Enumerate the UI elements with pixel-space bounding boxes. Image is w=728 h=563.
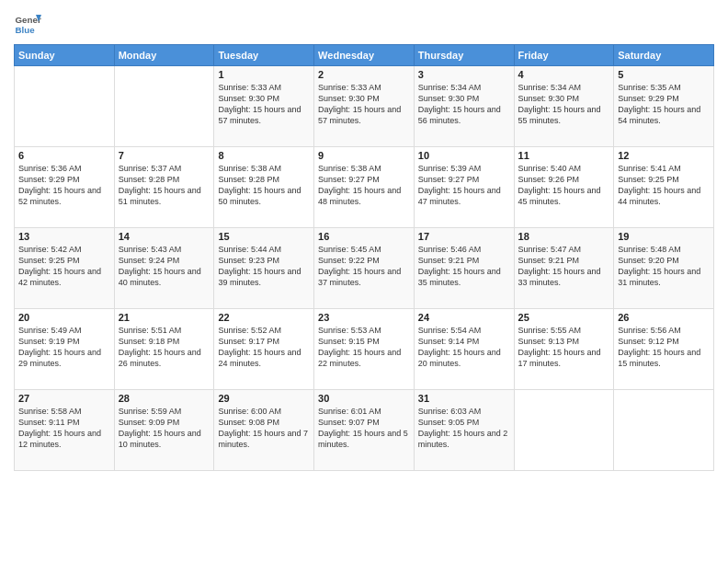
day-cell: 21Sunrise: 5:51 AMSunset: 9:18 PMDayligh… <box>114 309 214 390</box>
day-info: Sunrise: 5:33 AMSunset: 9:30 PMDaylight:… <box>218 82 310 127</box>
day-cell: 9Sunrise: 5:38 AMSunset: 9:27 PMDaylight… <box>314 147 415 228</box>
day-number: 24 <box>418 312 510 323</box>
day-number: 30 <box>318 393 410 404</box>
day-number: 28 <box>119 393 210 404</box>
calendar-table: SundayMondayTuesdayWednesdayThursdayFrid… <box>14 44 714 471</box>
day-info: Sunrise: 5:41 AMSunset: 9:25 PMDaylight:… <box>618 163 710 208</box>
header-cell-tuesday: Tuesday <box>214 45 314 66</box>
day-info: Sunrise: 5:45 AMSunset: 9:22 PMDaylight:… <box>318 244 410 289</box>
day-number: 10 <box>418 150 510 161</box>
day-info: Sunrise: 5:49 AMSunset: 9:19 PMDaylight:… <box>18 325 110 370</box>
day-number: 2 <box>318 69 410 80</box>
day-cell: 28Sunrise: 5:59 AMSunset: 9:09 PMDayligh… <box>114 390 214 471</box>
day-cell: 4Sunrise: 5:34 AMSunset: 9:30 PMDaylight… <box>514 66 614 147</box>
day-number: 17 <box>418 231 510 242</box>
svg-text:Blue: Blue <box>16 25 36 35</box>
day-info: Sunrise: 6:01 AMSunset: 9:07 PMDaylight:… <box>318 406 410 451</box>
day-info: Sunrise: 5:52 AMSunset: 9:17 PMDaylight:… <box>218 325 310 370</box>
day-cell: 14Sunrise: 5:43 AMSunset: 9:24 PMDayligh… <box>114 228 214 309</box>
week-row-3: 13Sunrise: 5:42 AMSunset: 9:25 PMDayligh… <box>15 228 714 309</box>
day-number: 22 <box>218 312 310 323</box>
day-cell: 19Sunrise: 5:48 AMSunset: 9:20 PMDayligh… <box>614 228 714 309</box>
day-number: 31 <box>418 393 510 404</box>
day-cell: 18Sunrise: 5:47 AMSunset: 9:21 PMDayligh… <box>514 228 614 309</box>
logo-icon: General Blue <box>14 9 41 37</box>
day-number: 16 <box>318 231 410 242</box>
day-number: 23 <box>318 312 410 323</box>
header-cell-sunday: Sunday <box>15 45 115 66</box>
day-info: Sunrise: 5:35 AMSunset: 9:29 PMDaylight:… <box>618 82 710 127</box>
day-number: 14 <box>119 231 210 242</box>
header-cell-thursday: Thursday <box>414 45 514 66</box>
day-info: Sunrise: 5:34 AMSunset: 9:30 PMDaylight:… <box>518 82 610 127</box>
day-cell: 7Sunrise: 5:37 AMSunset: 9:28 PMDaylight… <box>114 147 214 228</box>
week-row-1: 1Sunrise: 5:33 AMSunset: 9:30 PMDaylight… <box>15 66 714 147</box>
day-number: 5 <box>618 69 710 80</box>
day-info: Sunrise: 5:59 AMSunset: 9:09 PMDaylight:… <box>119 406 210 451</box>
day-info: Sunrise: 5:38 AMSunset: 9:27 PMDaylight:… <box>318 163 410 208</box>
day-info: Sunrise: 5:47 AMSunset: 9:21 PMDaylight:… <box>518 244 610 289</box>
day-info: Sunrise: 5:37 AMSunset: 9:28 PMDaylight:… <box>119 163 210 208</box>
header-cell-saturday: Saturday <box>614 45 714 66</box>
day-info: Sunrise: 5:34 AMSunset: 9:30 PMDaylight:… <box>418 82 510 127</box>
day-cell: 27Sunrise: 5:58 AMSunset: 9:11 PMDayligh… <box>15 390 115 471</box>
day-cell: 3Sunrise: 5:34 AMSunset: 9:30 PMDaylight… <box>414 66 514 147</box>
day-number: 15 <box>218 231 310 242</box>
day-info: Sunrise: 5:56 AMSunset: 9:12 PMDaylight:… <box>618 325 710 370</box>
day-info: Sunrise: 5:54 AMSunset: 9:14 PMDaylight:… <box>418 325 510 370</box>
day-cell <box>15 66 115 147</box>
day-number: 8 <box>218 150 310 161</box>
day-number: 1 <box>218 69 310 80</box>
day-number: 18 <box>518 231 610 242</box>
day-number: 25 <box>518 312 610 323</box>
day-cell: 25Sunrise: 5:55 AMSunset: 9:13 PMDayligh… <box>514 309 614 390</box>
header-cell-friday: Friday <box>514 45 614 66</box>
day-cell <box>614 390 714 471</box>
day-info: Sunrise: 5:33 AMSunset: 9:30 PMDaylight:… <box>318 82 410 127</box>
week-row-4: 20Sunrise: 5:49 AMSunset: 9:19 PMDayligh… <box>15 309 714 390</box>
day-cell: 16Sunrise: 5:45 AMSunset: 9:22 PMDayligh… <box>314 228 415 309</box>
day-cell: 1Sunrise: 5:33 AMSunset: 9:30 PMDaylight… <box>214 66 314 147</box>
day-info: Sunrise: 5:55 AMSunset: 9:13 PMDaylight:… <box>518 325 610 370</box>
day-cell: 13Sunrise: 5:42 AMSunset: 9:25 PMDayligh… <box>15 228 115 309</box>
day-number: 29 <box>218 393 310 404</box>
day-cell: 30Sunrise: 6:01 AMSunset: 9:07 PMDayligh… <box>314 390 415 471</box>
day-number: 6 <box>18 150 110 161</box>
day-number: 12 <box>618 150 710 161</box>
day-info: Sunrise: 5:43 AMSunset: 9:24 PMDaylight:… <box>119 244 210 289</box>
day-cell: 6Sunrise: 5:36 AMSunset: 9:29 PMDaylight… <box>15 147 115 228</box>
day-info: Sunrise: 5:53 AMSunset: 9:15 PMDaylight:… <box>318 325 410 370</box>
day-number: 3 <box>418 69 510 80</box>
day-info: Sunrise: 5:42 AMSunset: 9:25 PMDaylight:… <box>18 244 110 289</box>
day-info: Sunrise: 5:44 AMSunset: 9:23 PMDaylight:… <box>218 244 310 289</box>
day-cell: 29Sunrise: 6:00 AMSunset: 9:08 PMDayligh… <box>214 390 314 471</box>
logo: General Blue <box>14 9 41 37</box>
day-cell: 23Sunrise: 5:53 AMSunset: 9:15 PMDayligh… <box>314 309 415 390</box>
day-cell: 2Sunrise: 5:33 AMSunset: 9:30 PMDaylight… <box>314 66 415 147</box>
day-cell: 5Sunrise: 5:35 AMSunset: 9:29 PMDaylight… <box>614 66 714 147</box>
day-number: 26 <box>618 312 710 323</box>
header-cell-monday: Monday <box>114 45 214 66</box>
page: General Blue SundayMondayTuesdayWednesda… <box>0 0 728 563</box>
day-cell: 11Sunrise: 5:40 AMSunset: 9:26 PMDayligh… <box>514 147 614 228</box>
week-row-5: 27Sunrise: 5:58 AMSunset: 9:11 PMDayligh… <box>15 390 714 471</box>
day-cell <box>514 390 614 471</box>
day-info: Sunrise: 5:48 AMSunset: 9:20 PMDaylight:… <box>618 244 710 289</box>
day-cell: 10Sunrise: 5:39 AMSunset: 9:27 PMDayligh… <box>414 147 514 228</box>
day-info: Sunrise: 6:00 AMSunset: 9:08 PMDaylight:… <box>218 406 310 451</box>
day-cell: 15Sunrise: 5:44 AMSunset: 9:23 PMDayligh… <box>214 228 314 309</box>
day-info: Sunrise: 5:51 AMSunset: 9:18 PMDaylight:… <box>119 325 210 370</box>
day-info: Sunrise: 5:39 AMSunset: 9:27 PMDaylight:… <box>418 163 510 208</box>
day-cell: 26Sunrise: 5:56 AMSunset: 9:12 PMDayligh… <box>614 309 714 390</box>
day-number: 20 <box>18 312 110 323</box>
day-info: Sunrise: 5:40 AMSunset: 9:26 PMDaylight:… <box>518 163 610 208</box>
header-cell-wednesday: Wednesday <box>314 45 415 66</box>
day-number: 13 <box>18 231 110 242</box>
header-row: SundayMondayTuesdayWednesdayThursdayFrid… <box>15 45 714 66</box>
day-number: 9 <box>318 150 410 161</box>
day-cell: 8Sunrise: 5:38 AMSunset: 9:28 PMDaylight… <box>214 147 314 228</box>
day-cell: 17Sunrise: 5:46 AMSunset: 9:21 PMDayligh… <box>414 228 514 309</box>
day-info: Sunrise: 5:58 AMSunset: 9:11 PMDaylight:… <box>18 406 110 451</box>
day-number: 21 <box>119 312 210 323</box>
day-number: 27 <box>18 393 110 404</box>
